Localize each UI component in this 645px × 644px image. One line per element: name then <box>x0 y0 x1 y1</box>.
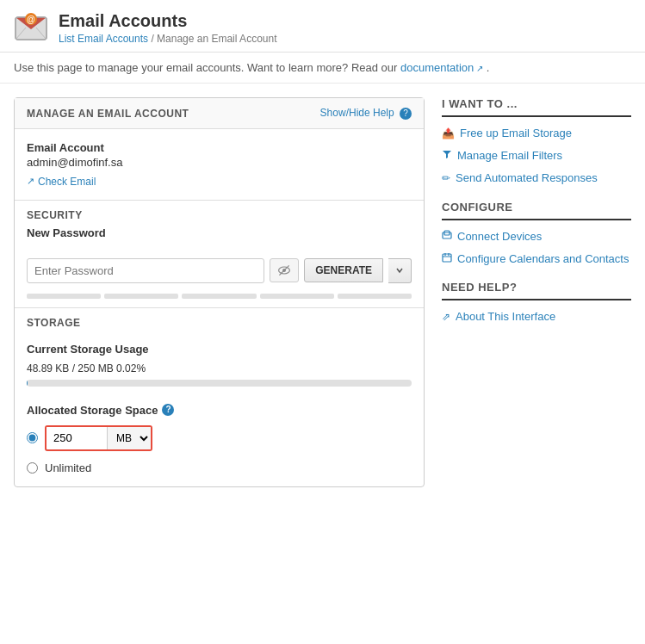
toggle-password-button[interactable] <box>270 258 299 282</box>
calendar-icon <box>442 252 452 267</box>
strength-bar-5 <box>338 294 412 299</box>
usage-bar-background <box>27 380 412 387</box>
allocated-label: Allocated Storage Space ? <box>15 397 424 422</box>
email-accounts-icon: @ <box>14 10 48 45</box>
show-hide-help-link[interactable]: Show/Hide Help ? <box>320 107 412 120</box>
upload-icon: 📤 <box>442 127 455 141</box>
unlimited-row: Unlimited <box>15 458 424 486</box>
check-email-link[interactable]: ↗ Check Email <box>27 176 96 188</box>
page-description: Use this page to manage your email accou… <box>0 53 645 84</box>
allocated-storage-input[interactable] <box>47 427 107 449</box>
page-header: @ Email Accounts List Email Accounts / M… <box>0 0 645 53</box>
configure-title: CONFIGURE <box>442 201 631 220</box>
panel-title: MANAGE AN EMAIL ACCOUNT <box>27 108 189 120</box>
needhelp-section: NEED HELP? ⇗ About This Interface <box>442 281 631 325</box>
info-icon: ? <box>162 404 174 416</box>
sidebar-link-manage-filters[interactable]: Manage Email Filters <box>442 148 631 164</box>
allocated-radio[interactable] <box>27 432 38 443</box>
breadcrumb: List Email Accounts / Manage an Email Ac… <box>59 33 276 45</box>
unlimited-label: Unlimited <box>45 461 91 474</box>
password-strength-bars <box>15 290 424 307</box>
storage-section-label: STORAGE <box>15 308 424 334</box>
external-link-icon: ↗ <box>27 176 34 187</box>
email-account-label: Email Account <box>27 141 412 154</box>
iwantto-title: I WANT TO ... <box>442 97 631 117</box>
sidebar-link-configure-calendars[interactable]: Configure Calendars and Contacts <box>442 251 631 267</box>
iwantto-section: I WANT TO ... 📤 Free up Email Storage Ma… <box>442 97 631 187</box>
svg-rect-10 <box>443 254 451 262</box>
storage-unit-select[interactable]: MB GB <box>107 427 151 449</box>
usage-bar-container <box>15 380 424 397</box>
device-icon <box>442 230 452 245</box>
svg-text:@: @ <box>27 15 35 24</box>
page-title: Email Accounts <box>59 11 276 31</box>
email-account-value: admin@dimofinf.sa <box>27 156 412 169</box>
sidebar-link-send-automated[interactable]: ✏ Send Automated Responses <box>442 170 631 186</box>
needhelp-title: NEED HELP? <box>442 281 631 300</box>
security-section: New Password <box>15 226 424 258</box>
strength-bar-2 <box>104 294 178 299</box>
main-layout: MANAGE AN EMAIL ACCOUNT Show/Hide Help ?… <box>0 84 645 501</box>
help-circle-icon: ? <box>400 108 412 120</box>
chevron-down-icon <box>395 266 404 275</box>
sidebar-link-free-up-storage[interactable]: 📤 Free up Email Storage <box>442 126 631 141</box>
panel-header: MANAGE AN EMAIL ACCOUNT Show/Hide Help ? <box>15 98 424 129</box>
strength-bar-1 <box>27 294 101 299</box>
external-icon: ⇗ <box>442 310 450 325</box>
allocated-input-wrap: MB GB <box>45 425 152 451</box>
sidebar-link-connect-devices[interactable]: Connect Devices <box>442 229 631 245</box>
generate-button[interactable]: GENERATE <box>304 258 383 282</box>
allocated-row: MB GB <box>15 422 424 458</box>
breadcrumb-current: Manage an Email Account <box>157 33 276 45</box>
documentation-link[interactable]: documentation <box>400 61 483 74</box>
configure-section: CONFIGURE Connect Devices <box>442 201 631 267</box>
email-account-section: Email Account admin@dimofinf.sa ↗ Check … <box>15 129 424 200</box>
breadcrumb-list-link[interactable]: List Email Accounts <box>59 33 148 45</box>
generate-dropdown-button[interactable] <box>388 258 412 283</box>
new-password-label: New Password <box>27 226 412 245</box>
password-input[interactable] <box>27 258 264 283</box>
filter-icon <box>442 149 452 164</box>
unlimited-radio[interactable] <box>27 462 38 474</box>
strength-bar-3 <box>182 294 256 299</box>
current-usage-label: Current Storage Usage <box>15 334 424 361</box>
password-row: GENERATE <box>15 258 424 290</box>
security-section-label: SECURITY <box>15 201 424 226</box>
sidebar-link-about-interface[interactable]: ⇗ About This Interface <box>442 309 631 325</box>
strength-bar-4 <box>260 294 334 299</box>
right-sidebar: I WANT TO ... 📤 Free up Email Storage Ma… <box>442 97 631 338</box>
manage-panel: MANAGE AN EMAIL ACCOUNT Show/Hide Help ?… <box>14 97 425 487</box>
eye-slash-icon <box>277 263 291 277</box>
current-usage-value: 48.89 KB / 250 MB 0.02% <box>15 361 424 380</box>
pencil-icon: ✏ <box>442 171 450 186</box>
